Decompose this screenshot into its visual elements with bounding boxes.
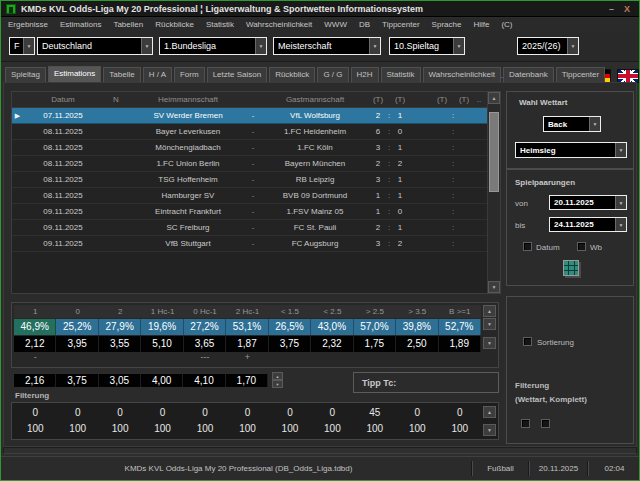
- manual-spinner-down-icon[interactable]: ▼: [272, 380, 283, 388]
- tab-tabelle[interactable]: Tabelle: [103, 67, 140, 82]
- league-select[interactable]: 1.Bundesliga ▼: [159, 37, 267, 55]
- tab-g-g[interactable]: G / G: [317, 67, 348, 82]
- games-scrollbar[interactable]: ▲ ▼: [487, 92, 500, 293]
- minimize-button[interactable]: –: [609, 4, 614, 14]
- filter-max[interactable]: 100: [99, 422, 141, 436]
- chevron-down-icon[interactable]: ▼: [615, 143, 626, 157]
- header-tore-home[interactable]: (T): [371, 95, 385, 104]
- filter-max[interactable]: 100: [439, 422, 481, 436]
- header-tore-home2[interactable]: (T): [435, 95, 449, 104]
- manual-odd[interactable]: 1,70: [226, 374, 268, 387]
- wb-checkbox[interactable]: [577, 242, 586, 251]
- filter-max[interactable]: 100: [184, 422, 226, 436]
- manual-spinner-up-icon[interactable]: ▲: [272, 372, 283, 380]
- match-row[interactable]: 09.11.2025 VfB Stuttgart - FC Augsburg 3…: [12, 236, 487, 252]
- filter-min[interactable]: 0: [99, 406, 141, 420]
- chevron-down-icon[interactable]: ▼: [589, 117, 600, 131]
- filter-max[interactable]: 100: [56, 422, 98, 436]
- filter-min[interactable]: 0: [269, 406, 311, 420]
- chevron-down-icon[interactable]: ▼: [369, 38, 380, 54]
- manual-odd[interactable]: 4,00: [141, 374, 183, 387]
- filter-min[interactable]: 0: [311, 406, 353, 420]
- season-select[interactable]: 2025/(26) ▼: [517, 37, 579, 55]
- menu-item-sprache[interactable]: Sprache: [432, 20, 462, 29]
- match-row[interactable]: 08.11.2025 Bayer Leverkusen - 1.FC Heide…: [12, 124, 487, 140]
- sortierung-checkbox[interactable]: [523, 337, 532, 346]
- tab-spieltag[interactable]: Spieltag: [5, 67, 46, 82]
- tab-rueckblick[interactable]: Rückblick: [269, 67, 315, 82]
- bet-type-select[interactable]: Heimsieg ▼: [515, 142, 627, 158]
- filter-max[interactable]: 100: [226, 422, 268, 436]
- filter-komplett-checkbox[interactable]: [541, 419, 550, 428]
- match-row-selected[interactable]: ▶ 07.11.2025 SV Werder Bremen - VfL Wolf…: [12, 108, 487, 124]
- tab-datenbank[interactable]: Datenbank: [503, 67, 554, 82]
- country-select[interactable]: Deutschland ▼: [37, 37, 153, 55]
- filter-max[interactable]: 100: [311, 422, 353, 436]
- matchday-select[interactable]: 10.Spieltag ▼: [389, 37, 465, 55]
- tab-letzte-saison[interactable]: Letzte Saison: [207, 67, 267, 82]
- chevron-down-icon[interactable]: ▼: [615, 218, 626, 231]
- filter-spinner-down-icon[interactable]: ▼: [483, 424, 496, 436]
- header-tore-guest[interactable]: (T): [393, 95, 407, 104]
- header-n[interactable]: N: [103, 95, 129, 104]
- filter-min[interactable]: 0: [396, 406, 438, 420]
- filter-max[interactable]: 100: [354, 422, 396, 436]
- table-edit-icon[interactable]: [563, 260, 579, 276]
- chevron-down-icon[interactable]: ▼: [23, 38, 34, 54]
- menu-item-www[interactable]: WWW: [324, 20, 347, 29]
- est-spinner-up-icon[interactable]: ▲: [483, 305, 496, 317]
- competition-select[interactable]: Meisterschaft ▼: [273, 37, 381, 55]
- filter-max[interactable]: 100: [269, 422, 311, 436]
- tab-h2h[interactable]: H2H: [351, 67, 379, 82]
- tab-h-a[interactable]: H / A: [143, 67, 172, 82]
- menu-item-estimations[interactable]: Estimations: [60, 20, 101, 29]
- manual-odd[interactable]: 2,16: [14, 374, 56, 387]
- header-tore-guest2[interactable]: (T): [457, 95, 471, 104]
- manual-odd[interactable]: 4,10: [183, 374, 225, 387]
- filter-max[interactable]: 100: [141, 422, 183, 436]
- odds-spinner-down-icon[interactable]: ▼: [483, 337, 496, 349]
- match-row[interactable]: 08.11.2025 1.FC Union Berlin - Bayern Mü…: [12, 156, 487, 172]
- manual-odd[interactable]: 3,05: [99, 374, 141, 387]
- menu-item-tabellen[interactable]: Tabellen: [113, 20, 143, 29]
- tab-statistik[interactable]: Statistik: [381, 67, 421, 82]
- menu-item-tippcenter[interactable]: Tippcenter: [382, 20, 420, 29]
- filter-spinner-up-icon[interactable]: ▲: [483, 406, 496, 418]
- chevron-down-icon[interactable]: ▼: [141, 38, 152, 54]
- match-row[interactable]: 09.11.2025 SC Freiburg - FC St. Pauli 2 …: [12, 220, 487, 236]
- scrollbar-thumb[interactable]: [489, 112, 499, 192]
- filter-min[interactable]: 0: [226, 406, 268, 420]
- bet-mode-select[interactable]: Back ▼: [543, 116, 601, 132]
- filter-max[interactable]: 100: [396, 422, 438, 436]
- header-datum[interactable]: Datum: [23, 95, 103, 104]
- match-row[interactable]: 08.11.2025 TSG Hoffenheim - RB Leipzig 3…: [12, 172, 487, 188]
- filter-min[interactable]: 0: [141, 406, 183, 420]
- menu-item-db[interactable]: DB: [359, 20, 370, 29]
- menu-item-ergebnisse[interactable]: Ergebnisse: [8, 20, 48, 29]
- menu-item-wahrscheinlichkeit[interactable]: Wahrscheinlichkeit: [246, 20, 312, 29]
- filter-max[interactable]: 100: [14, 422, 56, 436]
- manual-odds-row[interactable]: 2,16 3,75 3,05 4,00 4,10 1,70: [13, 373, 269, 388]
- match-row[interactable]: 09.11.2025 Eintracht Frankfurt - 1.FSV M…: [12, 204, 487, 220]
- filter-min[interactable]: 0: [184, 406, 226, 420]
- chevron-down-icon[interactable]: ▼: [615, 196, 626, 209]
- est-spinner-down-icon[interactable]: ▼: [483, 318, 496, 330]
- filter-min[interactable]: 0: [14, 406, 56, 420]
- chevron-down-icon[interactable]: ▼: [255, 38, 266, 54]
- header-heimmannschaft[interactable]: Heimmannschaft: [129, 95, 247, 104]
- tab-form[interactable]: Form: [174, 67, 205, 82]
- scroll-up-icon[interactable]: ▲: [488, 92, 500, 104]
- datum-checkbox[interactable]: [523, 242, 532, 251]
- match-row[interactable]: 08.11.2025 Mönchengladbach - 1.FC Köln 3…: [12, 140, 487, 156]
- filter-min[interactable]: 0: [56, 406, 98, 420]
- filter-min[interactable]: 45: [354, 406, 396, 420]
- header-more[interactable]: ..: [471, 95, 487, 104]
- filter-wettart-checkbox[interactable]: [521, 419, 530, 428]
- header-gastmannschaft[interactable]: Gastmannschaft: [259, 95, 371, 104]
- favorite-select[interactable]: F ▼: [9, 37, 35, 55]
- scroll-down-icon[interactable]: ▼: [488, 281, 500, 293]
- menu-item-statistik[interactable]: Statistik: [206, 20, 234, 29]
- tab-wahrscheinlichkeit[interactable]: Wahrscheinlichkeit: [423, 67, 501, 82]
- tab-tippcenter[interactable]: Tippcenter: [556, 67, 606, 82]
- bis-date-select[interactable]: 24.11.2025 ▼: [549, 217, 627, 232]
